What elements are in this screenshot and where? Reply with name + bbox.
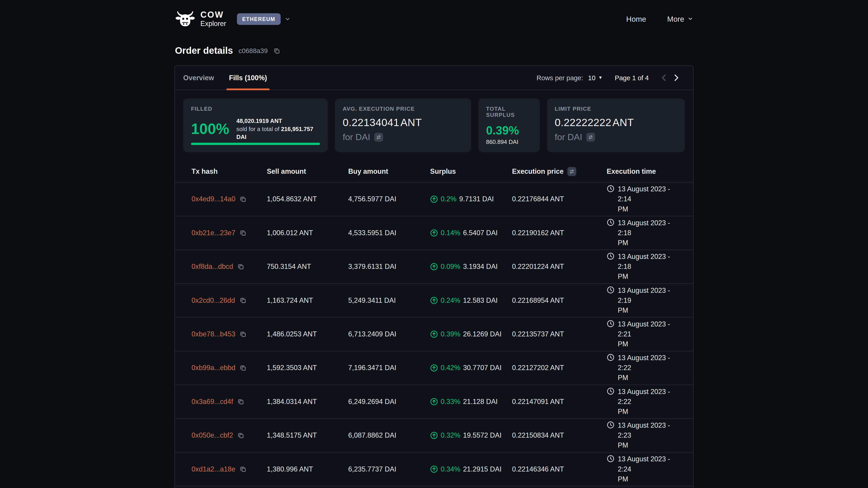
summary-cards: FILLED 100% 48,020.1919 ANT sold for a t…	[175, 90, 693, 160]
tab-fills[interactable]: Fills (100%)	[229, 66, 267, 90]
avg-price-label: AVG. EXECUTION PRICE	[343, 106, 463, 112]
copy-tx-hash-icon[interactable]	[238, 432, 244, 439]
clock-icon	[607, 320, 614, 327]
nav-more[interactable]: More	[667, 15, 693, 23]
network-badge[interactable]: ETHEREUM	[237, 13, 281, 25]
column-buy-amount: Buy amount	[348, 168, 430, 175]
chevron-left-icon	[659, 73, 669, 83]
pagination-controls: Rows per page: 10 ▼ Page 1 of 4	[537, 72, 682, 84]
clock-icon	[607, 455, 614, 462]
copy-order-id-icon[interactable]	[273, 48, 280, 54]
limit-price-swap-icon[interactable]	[586, 133, 595, 142]
tx-hash-link[interactable]: 0xf8da...dbcd	[191, 263, 233, 270]
copy-tx-hash-icon[interactable]	[240, 331, 246, 337]
buy-amount-cell: 6,249.2694 DAI	[348, 398, 430, 405]
surplus-percent: 0.34%	[440, 465, 460, 473]
execution-time-text: 13 August 2023 - 2:18PM	[618, 218, 684, 248]
copy-tx-hash-icon[interactable]	[240, 466, 246, 473]
surplus-amount: 19.5572 DAI	[463, 431, 501, 439]
sell-amount-cell: 1,054.8632 ANT	[267, 195, 348, 203]
filled-sold-prefix: sold for a total of	[237, 125, 279, 132]
execution-time-text: 13 August 2023 - 2:21PM	[618, 319, 684, 349]
surplus-cell: 0.33% 21.128 DAI	[430, 398, 512, 405]
column-surplus: Surplus	[430, 168, 512, 175]
copy-tx-hash-icon[interactable]	[238, 263, 244, 270]
app-viewport: COW Explorer ETHEREUM Home More Order de…	[0, 0, 868, 488]
next-page-button[interactable]	[670, 72, 682, 84]
network-chevron-down-icon[interactable]	[285, 16, 291, 22]
cow-explorer-logo[interactable]: COW Explorer	[175, 10, 226, 27]
execution-time-cell: 13 August 2023 - 2:23PM	[607, 420, 684, 451]
table-row: 0xbe78...b453 1,486.0253 ANT 6,713.2409 …	[175, 318, 693, 351]
buy-amount-cell: 4,533.5951 DAI	[348, 229, 430, 237]
filled-percent: 100%	[191, 122, 229, 136]
tx-hash-cell: 0xbe78...b453	[191, 330, 267, 338]
execution-price-cell: 0.22176844 ANT	[512, 195, 607, 203]
sell-amount-cell: 750.3154 ANT	[267, 263, 348, 270]
buy-amount-cell: 6,235.7737 DAI	[348, 465, 430, 473]
avg-price-value: 0.22134041	[343, 117, 399, 129]
execution-time-text: 13 August 2023 - 2:23PM	[618, 420, 684, 451]
copy-tx-hash-icon[interactable]	[240, 230, 246, 236]
top-navigation-bar: COW Explorer ETHEREUM Home More	[175, 0, 693, 38]
network-selector[interactable]: ETHEREUM	[237, 13, 291, 25]
sell-amount-cell: 1,384.0314 ANT	[267, 398, 348, 405]
nav-home[interactable]: Home	[626, 15, 646, 23]
execution-price-cell: 0.22146346 ANT	[512, 465, 607, 473]
surplus-percent: 0.2%	[440, 195, 456, 203]
sell-amount-cell: 1,592.3503 ANT	[267, 364, 348, 372]
copy-tx-hash-icon[interactable]	[238, 398, 244, 405]
tx-hash-link[interactable]: 0xb99a...ebbd	[191, 364, 235, 372]
tx-hash-link[interactable]: 0x3a69...cd4f	[191, 398, 233, 405]
table-header-row: Tx hash Sell amount Buy amount Surplus E…	[175, 160, 693, 183]
tx-hash-cell: 0xf8da...dbcd	[191, 263, 267, 270]
tx-hash-link[interactable]: 0xd1a2...a18e	[191, 465, 235, 473]
avg-price-token: ANT	[401, 117, 422, 129]
clock-icon	[607, 286, 614, 294]
total-surplus-amount: 860.894 DAI	[486, 138, 532, 145]
previous-page-button[interactable]	[657, 72, 670, 84]
table-body: 0x4ed9...14a0 1,054.8632 ANT 4,756.5977 …	[175, 183, 693, 486]
rows-per-page-select[interactable]: 10 ▼	[588, 74, 602, 82]
execution-price-cell: 0.22127202 ANT	[512, 364, 607, 372]
buy-amount-cell: 3,379.6131 DAI	[348, 263, 430, 270]
copy-tx-hash-icon[interactable]	[240, 365, 246, 371]
tx-hash-link[interactable]: 0x2cd0...26dd	[191, 297, 235, 304]
tx-hash-link[interactable]: 0x050e...cbf2	[191, 431, 233, 439]
buy-amount-cell: 4,756.5977 DAI	[348, 195, 430, 203]
fills-table: Tx hash Sell amount Buy amount Surplus E…	[175, 160, 693, 486]
execution-price-cell: 0.22135737 ANT	[512, 330, 607, 338]
filled-card: FILLED 100% 48,020.1919 ANT sold for a t…	[183, 98, 328, 152]
brand-name: COW Explorer	[200, 10, 226, 27]
surplus-amount: 21.128 DAI	[463, 398, 498, 405]
execution-price-invert-icon[interactable]	[567, 167, 576, 176]
surplus-amount: 3.1934 DAI	[463, 263, 498, 270]
sell-amount-cell: 1,348.5175 ANT	[267, 431, 348, 439]
clock-icon	[607, 219, 614, 226]
total-surplus-percent: 0.39%	[486, 125, 532, 136]
table-row: 0xf8da...dbcd 750.3154 ANT 3,379.6131 DA…	[175, 250, 693, 284]
clock-icon	[607, 353, 614, 361]
avg-price-swap-icon[interactable]	[374, 133, 383, 142]
tx-hash-link[interactable]: 0xbe78...b453	[191, 330, 235, 338]
copy-tx-hash-icon[interactable]	[239, 297, 246, 304]
tx-hash-link[interactable]: 0xb21e...23e7	[191, 229, 235, 237]
surplus-up-arrow-icon	[430, 431, 438, 439]
surplus-cell: 0.32% 19.5572 DAI	[430, 431, 512, 439]
more-chevron-down-icon	[688, 16, 693, 22]
surplus-up-arrow-icon	[430, 195, 438, 203]
limit-price-for-line: for DAI	[555, 132, 677, 142]
brand-name-top: COW	[200, 10, 226, 19]
table-row: 0xb21e...23e7 1,006.012 ANT 4,533.5951 D…	[175, 217, 693, 250]
clock-icon	[607, 387, 614, 395]
tx-hash-cell: 0x3a69...cd4f	[191, 398, 267, 405]
surplus-amount: 6.5407 DAI	[463, 229, 498, 237]
buy-amount-cell: 6,087.8862 DAI	[348, 431, 430, 439]
execution-time-text: 13 August 2023 - 2:24PM	[618, 454, 684, 484]
surplus-up-arrow-icon	[430, 229, 438, 237]
nav-more-label: More	[667, 15, 684, 23]
rows-per-page-caret-icon: ▼	[598, 75, 602, 80]
tab-overview[interactable]: Overview	[183, 66, 214, 90]
tx-hash-link[interactable]: 0x4ed9...14a0	[191, 195, 235, 203]
copy-tx-hash-icon[interactable]	[240, 196, 246, 202]
